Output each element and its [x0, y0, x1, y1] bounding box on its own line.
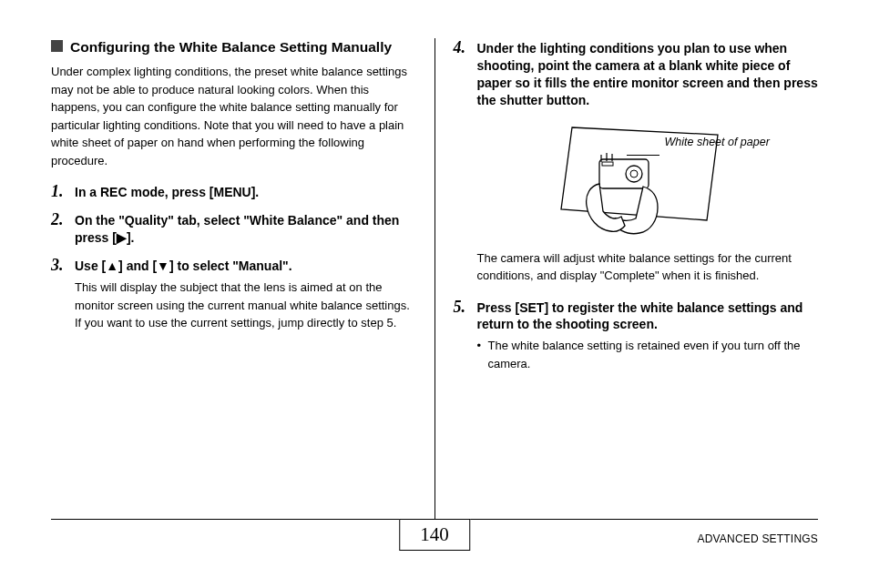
up-triangle-icon: ▲ — [106, 259, 118, 273]
step-title: Press [SET] to register the white balanc… — [477, 300, 803, 332]
text-fragment: Use [ — [75, 259, 106, 273]
step-4-after-text: The camera will adjust white balance set… — [477, 249, 819, 285]
step-1: 1. In a REC mode, press [MENU]. — [51, 182, 416, 201]
footer-row: 140 ADVANCED SETTINGS — [51, 520, 818, 558]
step-3: 3. Use [▲] and [▼] to select "Manual". T… — [51, 256, 416, 331]
step-4: 4. Under the lighting conditions you pla… — [454, 38, 819, 109]
manual-page: Configuring the White Balance Setting Ma… — [0, 0, 869, 588]
intro-paragraph: Under complex lighting conditions, the p… — [51, 63, 416, 169]
step-2: 2. On the "Quality" tab, select "White B… — [51, 210, 416, 247]
step-body-text: This will display the subject that the l… — [75, 279, 416, 332]
step-number: 1. — [51, 182, 75, 201]
step-content: Press [SET] to register the white balanc… — [477, 299, 819, 373]
down-triangle-icon: ▼ — [157, 259, 169, 273]
text-fragment: ] and [ — [118, 259, 157, 273]
step-5: 5. Press [SET] to register the white bal… — [454, 298, 819, 373]
illustration: White sheet of paper — [454, 118, 819, 237]
bullet-dot-icon: • — [477, 337, 488, 355]
step-number: 2. — [51, 210, 75, 229]
step-number: 3. — [51, 256, 75, 275]
step-title: On the "Quality" tab, select "White Bala… — [75, 213, 399, 245]
heading-text: Configuring the White Balance Setting Ma… — [70, 38, 392, 56]
step-content: On the "Quality" tab, select "White Bala… — [75, 212, 416, 247]
step-bullet: • The white balance setting is retained … — [477, 337, 819, 372]
right-column: 4. Under the lighting conditions you pla… — [435, 38, 819, 521]
step-content: In a REC mode, press [MENU]. — [75, 184, 416, 201]
two-column-layout: Configuring the White Balance Setting Ma… — [51, 38, 818, 521]
step-content: Under the lighting conditions you plan t… — [477, 40, 819, 109]
step-content: Use [▲] and [▼] to select "Manual". This… — [75, 258, 416, 331]
section-heading: Configuring the White Balance Setting Ma… — [51, 38, 416, 56]
step-title: Under the lighting conditions you plan t… — [477, 41, 818, 107]
step-number: 4. — [454, 38, 477, 57]
svg-rect-3 — [602, 162, 613, 166]
callout-line — [627, 155, 659, 156]
text-fragment: ] to select "Manual". — [169, 259, 292, 273]
page-footer: 140 ADVANCED SETTINGS — [51, 519, 818, 561]
step-title: In a REC mode, press [MENU]. — [75, 185, 259, 199]
step-title: Use [▲] and [▼] to select "Manual". — [75, 259, 292, 273]
left-column: Configuring the White Balance Setting Ma… — [51, 38, 434, 521]
step-number: 5. — [454, 298, 477, 317]
illustration-label: White sheet of paper — [665, 135, 811, 150]
page-number: 140 — [399, 519, 470, 551]
section-label: ADVANCED SETTINGS — [599, 532, 818, 545]
bullet-text: The white balance setting is retained ev… — [488, 337, 819, 372]
right-triangle-icon: ▶ — [117, 230, 127, 245]
svg-point-2 — [630, 170, 638, 177]
square-bullet-icon — [51, 40, 63, 52]
text-fragment: ]. — [127, 230, 135, 245]
